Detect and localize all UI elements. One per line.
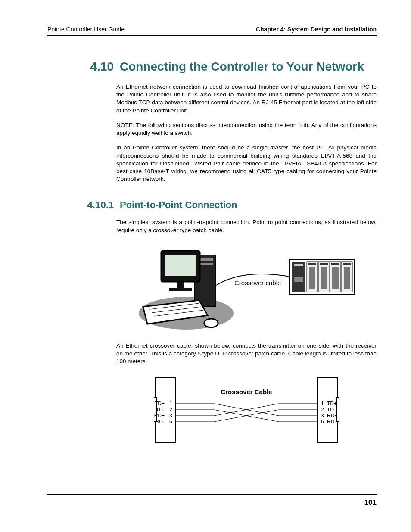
svg-text:2: 2 bbox=[321, 407, 324, 413]
svg-rect-26 bbox=[320, 263, 328, 265]
section-heading: 4.10Connecting the Controller to Your Ne… bbox=[87, 60, 377, 74]
svg-text:TD+: TD+ bbox=[327, 401, 337, 407]
figure-label: Crossover cable bbox=[234, 279, 281, 286]
svg-text:3: 3 bbox=[169, 413, 172, 419]
page: Pointe Controller User Guide Chapter 4: … bbox=[0, 0, 411, 532]
figure-point-to-point: Crossover cable bbox=[116, 242, 377, 333]
paragraph: An Ethernet crossover cable, shown below… bbox=[116, 342, 377, 366]
text-run: type patch cable. bbox=[178, 227, 224, 233]
svg-rect-7 bbox=[169, 288, 192, 291]
svg-text:TD+: TD+ bbox=[155, 401, 165, 407]
svg-text:6: 6 bbox=[169, 419, 172, 425]
text-emphasis: master bbox=[270, 144, 288, 151]
svg-text:6: 6 bbox=[321, 419, 324, 425]
diagram-crossover-cable-icon: Crossover Cable TD+ TD- RD+ RD- 1 2 3 6 … bbox=[154, 373, 339, 447]
subsection-number: 4.10.1 bbox=[87, 199, 114, 211]
svg-rect-21 bbox=[309, 267, 315, 289]
paragraph: An Ethernet network connection is used t… bbox=[116, 83, 377, 115]
svg-text:RD+: RD+ bbox=[154, 413, 165, 419]
text-run: In an Pointe Controller system, there sh… bbox=[116, 144, 270, 151]
header-chapter-title: Chapter 4: System Design and Installatio… bbox=[256, 26, 377, 33]
subsection-heading: 4.10.1Point-to-Point Connection bbox=[87, 199, 377, 211]
text-emphasis: crossover bbox=[153, 227, 179, 233]
diagram-pc-to-controller-icon: Crossover cable bbox=[134, 242, 358, 333]
subsection-title: Point-to-Point Connection bbox=[120, 199, 237, 210]
svg-rect-27 bbox=[331, 263, 339, 265]
figure2-title: Crossover Cable bbox=[221, 388, 272, 395]
svg-text:TD-: TD- bbox=[156, 407, 165, 413]
body-column: 4.10Connecting the Controller to Your Ne… bbox=[116, 60, 377, 447]
svg-point-12 bbox=[204, 319, 218, 327]
svg-text:3: 3 bbox=[321, 413, 324, 419]
paragraph: The simplest system is a point-to-point … bbox=[116, 218, 377, 234]
svg-rect-5 bbox=[165, 255, 196, 276]
svg-text:2: 2 bbox=[169, 407, 172, 413]
svg-rect-16 bbox=[294, 277, 303, 282]
svg-rect-6 bbox=[177, 282, 184, 288]
svg-rect-24 bbox=[344, 267, 350, 289]
paragraph: In an Pointe Controller system, there sh… bbox=[116, 144, 377, 183]
svg-text:RD+: RD+ bbox=[327, 413, 337, 419]
svg-rect-23 bbox=[332, 267, 339, 289]
svg-text:RD-: RD- bbox=[327, 419, 336, 425]
section-title: Connecting the Controller to Your Networ… bbox=[120, 60, 364, 73]
svg-text:TD-: TD- bbox=[327, 407, 336, 413]
figure-crossover-pinout: Crossover Cable TD+ TD- RD+ RD- 1 2 3 6 … bbox=[116, 373, 377, 447]
paragraph-note: NOTE: The following sections discuss int… bbox=[116, 121, 377, 137]
svg-text:RD-: RD- bbox=[156, 419, 165, 425]
footer-rule bbox=[47, 494, 377, 495]
svg-text:1: 1 bbox=[169, 401, 172, 407]
svg-rect-15 bbox=[294, 264, 303, 266]
svg-rect-22 bbox=[321, 267, 327, 289]
header-guide-title: Pointe Controller User Guide bbox=[47, 26, 125, 33]
page-number: 101 bbox=[364, 498, 377, 507]
svg-text:1: 1 bbox=[321, 401, 324, 407]
svg-rect-25 bbox=[308, 263, 316, 265]
running-header: Pointe Controller User Guide Chapter 4: … bbox=[47, 26, 377, 36]
svg-rect-28 bbox=[343, 263, 351, 265]
section-number: 4.10 bbox=[87, 60, 114, 74]
